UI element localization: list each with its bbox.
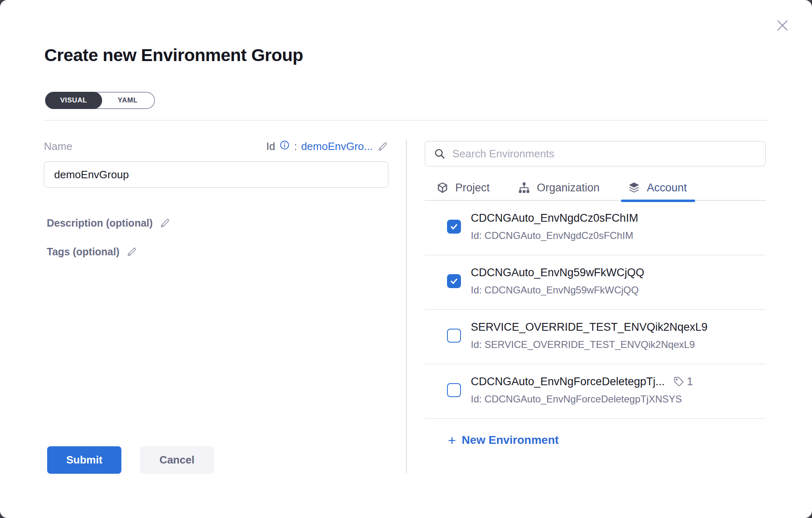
scope-tabs: Project Organization Account (425, 181, 766, 201)
environment-id: Id: CDCNGAuto_EnvNgdCz0sFChIM (471, 229, 638, 242)
panel-divider (406, 139, 407, 473)
org-chart-icon (518, 181, 531, 194)
environments-panel: Project Organization Account (425, 141, 766, 447)
environment-row: CDCNGAuto_EnvNgForceDeletegpTj... 1 Id: … (425, 364, 766, 419)
environment-name: CDCNGAuto_EnvNg59wFkWCjQQ (471, 266, 644, 279)
tab-organization[interactable]: Organization (518, 181, 600, 194)
environment-name: CDCNGAuto_EnvNgdCz0sFChIM (471, 211, 638, 225)
environment-row: CDCNGAuto_EnvNgdCz0sFChIM Id: CDCNGAuto_… (425, 201, 766, 255)
id-label: Id (266, 140, 275, 153)
tag-count: 1 (687, 375, 693, 388)
search-environments-input[interactable] (452, 148, 757, 160)
cancel-button[interactable]: Cancel (140, 446, 214, 474)
layers-icon (627, 181, 641, 194)
cube-icon (436, 181, 449, 194)
tab-project-label: Project (455, 182, 490, 194)
environment-name-line: CDCNGAuto_EnvNgForceDeletegpTj... 1 (471, 375, 693, 388)
tab-organization-label: Organization (537, 182, 600, 194)
new-environment-label: New Environment (462, 434, 559, 447)
search-box (425, 141, 766, 166)
plus-icon: + (448, 434, 456, 446)
environment-row: SERVICE_OVERRIDE_TEST_ENVQik2NqexL9 Id: … (425, 310, 766, 364)
environment-row: CDCNGAuto_EnvNg59wFkWCjQQ Id: CDCNGAuto_… (425, 255, 766, 310)
page-title: Create new Environment Group (44, 45, 303, 65)
environment-list: CDCNGAuto_EnvNgdCz0sFChIM Id: CDCNGAuto_… (425, 201, 766, 422)
tags-label: Tags (optional) (47, 246, 119, 258)
environment-id: Id: SERVICE_OVERRIDE_TEST_ENVQik2NqexL9 (471, 339, 707, 351)
toggle-visual[interactable]: VISUAL (45, 92, 102, 109)
submit-button[interactable]: Submit (47, 446, 121, 474)
tab-account[interactable]: Account (627, 181, 687, 194)
description-label: Description (optional) (47, 217, 153, 229)
environment-checkbox[interactable] (447, 383, 461, 397)
environment-name-line: SERVICE_OVERRIDE_TEST_ENVQik2NqexL9 (471, 320, 707, 334)
name-input[interactable] (44, 161, 388, 188)
header-divider (44, 120, 768, 120)
tab-project[interactable]: Project (436, 181, 490, 194)
description-row: Description (optional) (47, 217, 171, 229)
new-environment-button[interactable]: + New Environment (448, 434, 559, 447)
environment-checkbox[interactable] (447, 329, 461, 343)
tag-icon (673, 376, 684, 387)
environment-texts: CDCNGAuto_EnvNg59wFkWCjQQ Id: CDCNGAuto_… (471, 266, 644, 296)
environment-texts: CDCNGAuto_EnvNgForceDeletegpTj... 1 Id: … (471, 375, 693, 405)
id-group: Id : demoEnvGro... (266, 140, 388, 153)
toggle-yaml[interactable]: YAML (101, 93, 154, 108)
environment-name: CDCNGAuto_EnvNgForceDeletegpTj... (471, 375, 665, 388)
environment-id: Id: CDCNGAuto_EnvNg59wFkWCjQQ (471, 284, 644, 296)
environment-name-line: CDCNGAuto_EnvNgdCz0sFChIM (471, 211, 638, 225)
name-label: Name (44, 140, 72, 153)
close-icon (775, 18, 790, 33)
environment-checkbox[interactable] (447, 274, 461, 288)
search-icon (433, 148, 446, 160)
footer-actions: Submit Cancel (47, 446, 214, 474)
environment-checkbox[interactable] (447, 220, 461, 234)
info-icon[interactable] (279, 140, 290, 150)
edit-description-pencil-icon[interactable] (159, 218, 171, 229)
tab-account-label: Account (647, 182, 687, 194)
edit-id-pencil-icon[interactable] (377, 141, 388, 152)
create-environment-group-modal: Create new Environment Group VISUAL YAML… (0, 0, 812, 518)
environment-name-line: CDCNGAuto_EnvNg59wFkWCjQQ (471, 266, 644, 279)
environment-name: SERVICE_OVERRIDE_TEST_ENVQik2NqexL9 (471, 320, 707, 334)
name-id-row: Name Id : demoEnvGro... (44, 140, 388, 153)
tag-badge: 1 (673, 375, 693, 388)
environment-id: Id: CDCNGAuto_EnvNgForceDeletegpTjXNSYS (471, 393, 693, 405)
environment-texts: SERVICE_OVERRIDE_TEST_ENVQik2NqexL9 Id: … (471, 320, 707, 351)
visual-yaml-toggle: VISUAL YAML (45, 92, 155, 109)
check-icon (449, 277, 458, 286)
tags-row: Tags (optional) (47, 246, 137, 258)
environment-texts: CDCNGAuto_EnvNgdCz0sFChIM Id: CDCNGAuto_… (471, 211, 638, 242)
edit-tags-pencil-icon[interactable] (126, 246, 137, 258)
close-button[interactable] (773, 16, 791, 34)
id-value-link[interactable]: demoEnvGro... (301, 140, 373, 153)
check-icon (449, 222, 458, 231)
id-colon: : (294, 140, 297, 153)
